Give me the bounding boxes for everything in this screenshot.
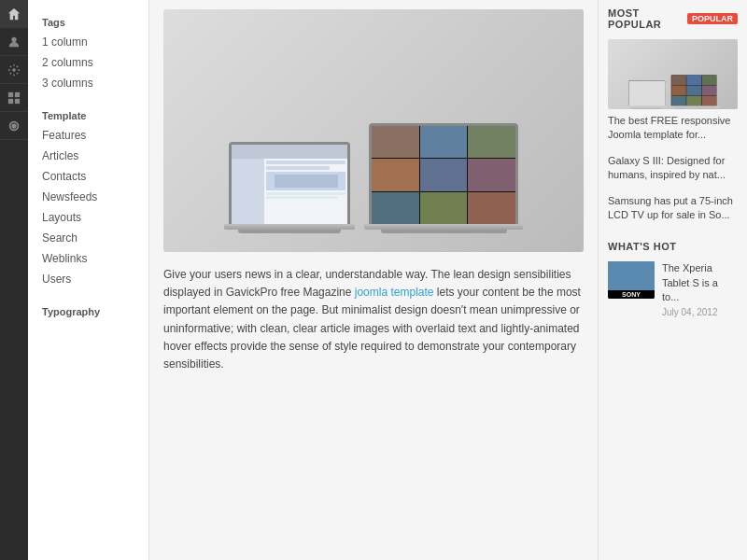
svg-point-1 bbox=[12, 68, 16, 72]
popular-item-1-image bbox=[608, 39, 738, 109]
tags-section-title: Tags bbox=[28, 9, 148, 32]
nav-item-layouts[interactable]: Layouts bbox=[28, 207, 148, 228]
photo-cell-7 bbox=[372, 192, 419, 224]
nav-item-newsfeeds[interactable]: Newsfeeds bbox=[28, 187, 148, 207]
article-paragraph: Give your users news in a clear, underst… bbox=[163, 266, 584, 373]
popular-item-1-title: The best FREE responsive Joomla template… bbox=[608, 114, 738, 143]
svg-rect-5 bbox=[15, 98, 20, 103]
template-section-title: Template bbox=[28, 103, 148, 125]
popular-item-1[interactable]: The best FREE responsive Joomla template… bbox=[608, 39, 738, 143]
nav-item-search[interactable]: Search bbox=[28, 228, 148, 248]
laptop-screen-large bbox=[369, 123, 518, 224]
nav-item-contacts[interactable]: Contacts bbox=[28, 166, 148, 187]
article-joomla-link[interactable]: joomla template bbox=[355, 286, 434, 299]
svg-point-0 bbox=[11, 36, 16, 41]
laptops-illustration bbox=[205, 9, 542, 252]
whats-hot-section: WHAT'S HOT SONY The Xperia Tablet S is a… bbox=[608, 233, 738, 316]
svg-point-7 bbox=[12, 124, 16, 128]
laptop-stand-large bbox=[381, 230, 507, 233]
whats-hot-info-1: The Xperia Tablet S is a to... July 04, … bbox=[662, 261, 738, 316]
nav-item-1column[interactable]: 1 column bbox=[28, 32, 148, 52]
svg-rect-4 bbox=[8, 98, 13, 103]
laptop-large bbox=[364, 123, 523, 233]
main-content-area: Give your users news in a clear, underst… bbox=[149, 0, 598, 560]
laptop-small bbox=[224, 142, 355, 233]
popular-item-3[interactable]: Samsung has put a 75-inch LCD TV up for … bbox=[608, 194, 738, 223]
right-sidebar: MOST POPULAR POPULAR bbox=[598, 0, 747, 560]
laptop-stand-small bbox=[238, 230, 341, 233]
whats-hot-item-1[interactable]: SONY The Xperia Tablet S is a to... July… bbox=[608, 261, 738, 316]
nav-item-articles[interactable]: Articles bbox=[28, 146, 148, 166]
photo-cell-6 bbox=[468, 159, 515, 190]
svg-rect-3 bbox=[15, 91, 20, 96]
whats-hot-thumb-1: SONY bbox=[608, 261, 655, 299]
grid-icon[interactable] bbox=[0, 84, 28, 112]
photo-cell-5 bbox=[420, 159, 468, 190]
whats-hot-item-date-1: July 04, 2012 bbox=[662, 307, 738, 317]
whats-hot-title: WHAT'S HOT bbox=[608, 241, 676, 252]
photo-cell-1 bbox=[372, 126, 419, 158]
most-popular-header: MOST POPULAR POPULAR bbox=[608, 0, 738, 30]
typography-section-title: Typography bbox=[28, 299, 148, 321]
circle-icon[interactable] bbox=[0, 112, 28, 140]
popular-item-2[interactable]: Galaxy S III: Designed for humans, inspi… bbox=[608, 154, 738, 183]
user-icon[interactable] bbox=[0, 28, 28, 56]
nav-item-3columns[interactable]: 3 columns bbox=[28, 73, 148, 93]
photo-cell-3 bbox=[468, 126, 515, 158]
home-icon[interactable] bbox=[0, 0, 28, 28]
photo-cell-9 bbox=[468, 192, 515, 224]
popular-item-2-title: Galaxy S III: Designed for humans, inspi… bbox=[608, 154, 738, 183]
laptop-screen-small bbox=[229, 142, 350, 224]
sony-brand-label: SONY bbox=[608, 290, 655, 299]
photo-cell-8 bbox=[420, 192, 468, 224]
nav-item-users[interactable]: Users bbox=[28, 269, 148, 289]
sidebar-icons-panel bbox=[0, 0, 28, 560]
photo-cell-4 bbox=[372, 159, 419, 190]
nav-item-features[interactable]: Features bbox=[28, 125, 148, 146]
whats-hot-item-title-1: The Xperia Tablet S is a to... bbox=[662, 261, 738, 304]
left-navigation: Tags 1 column 2 columns 3 columns Templa… bbox=[28, 0, 149, 560]
nav-item-2columns[interactable]: 2 columns bbox=[28, 52, 148, 73]
whats-hot-header: WHAT'S HOT bbox=[608, 233, 738, 252]
svg-rect-2 bbox=[8, 91, 13, 96]
popular-badge: POPULAR bbox=[687, 13, 738, 24]
most-popular-title: MOST POPULAR bbox=[608, 7, 683, 30]
nav-item-weblinks[interactable]: Weblinks bbox=[28, 248, 148, 269]
popular-item-3-title: Samsung has put a 75-inch LCD TV up for … bbox=[608, 194, 738, 223]
hero-image bbox=[163, 9, 584, 252]
settings-icon[interactable] bbox=[0, 56, 28, 84]
photo-cell-2 bbox=[420, 126, 468, 158]
